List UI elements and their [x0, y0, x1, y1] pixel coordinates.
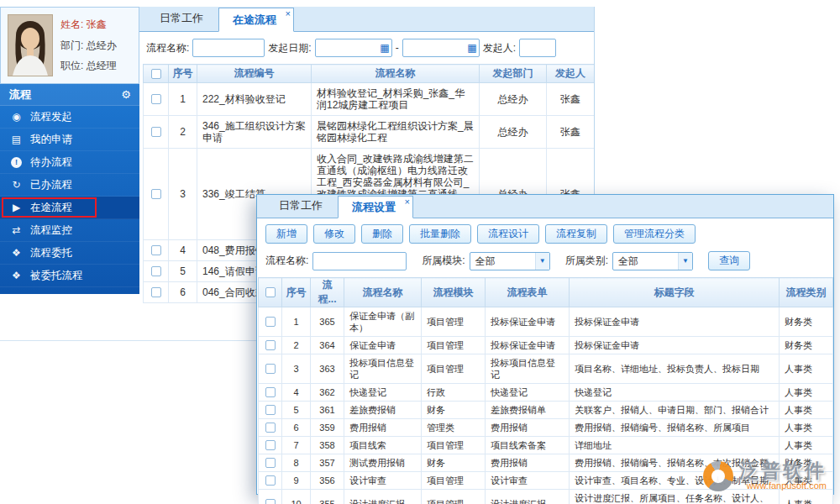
module-label: 所属模块:: [422, 254, 465, 268]
sidebar-item-completed[interactable]: ↻ 已办流程: [0, 174, 139, 197]
sidebar-item-in-transit[interactable]: ▶ 在途流程: [0, 197, 139, 219]
table-row[interactable]: 2 364 保证金申请 项目管理 投标保证金申请 投标保证金申请 财务类: [259, 337, 833, 354]
row-checkbox[interactable]: [265, 364, 276, 374]
cell-title-field: 详细地址: [570, 437, 780, 454]
sidebar-item-pending[interactable]: ! 待办流程: [0, 151, 139, 174]
delegate-icon: ❖: [10, 247, 23, 259]
cell-name: 差旅费报销: [344, 402, 422, 419]
row-checkbox[interactable]: [265, 458, 276, 468]
batch-delete-button[interactable]: 批量删除: [409, 224, 471, 244]
table-row[interactable]: 6 359 费用报销 管理类 费用报销 费用报销、报销编号、报销名称、所属项目 …: [259, 419, 833, 437]
process-name-input[interactable]: [192, 39, 265, 57]
sidebar-item-label: 被委托流程: [30, 269, 83, 283]
row-checkbox[interactable]: [151, 127, 161, 137]
row-checkbox[interactable]: [151, 94, 161, 104]
col-code: 流程...: [311, 278, 344, 307]
cell-form: 设计审查: [486, 472, 570, 490]
filter-bar: 流程名称: 发起日期: ▦ - ▦ 发起人:: [139, 32, 594, 64]
row-checkbox[interactable]: [265, 405, 276, 415]
table-row[interactable]: 3 363 投标项目信息登记 项目管理 投标项目信息登记 项目名称、详细地址、投…: [259, 354, 833, 384]
cell-seq: 4: [169, 240, 197, 261]
row-checkbox[interactable]: [151, 266, 161, 276]
cell-category: 人事类: [780, 402, 833, 419]
cell-seq: 9: [282, 472, 311, 490]
table-header-row: 序号 流程编号 流程名称 发起部门 发起人: [144, 65, 595, 83]
modify-button[interactable]: 修改: [313, 224, 355, 244]
cell-module: 项目管理: [422, 354, 486, 384]
process-name-input[interactable]: [312, 252, 407, 270]
sidebar-title: 流程: [9, 88, 31, 101]
cell-category: 人事类: [780, 419, 833, 437]
row-checkbox[interactable]: [151, 189, 161, 199]
table-row[interactable]: 7 358 项目线索 项目管理 项目线索备案 详细地址 人事类: [259, 437, 833, 454]
row-checkbox[interactable]: [151, 245, 161, 255]
chevron-down-icon: ▼: [678, 253, 692, 270]
sidebar-item-delegate[interactable]: ❖ 流程委托: [0, 242, 139, 265]
sidebar-header: 流程 ⚙: [0, 84, 139, 106]
cell-category: 人事类: [780, 490, 833, 504]
initiator-label: 发起人:: [483, 41, 516, 55]
tab-daily-work[interactable]: 日常工作: [146, 7, 217, 31]
calendar-icon[interactable]: ▦: [380, 42, 389, 54]
table-row[interactable]: 4 362 快递登记 行政 快递登记 快递登记 人事类: [259, 384, 833, 402]
col-title-field: 标题字段: [570, 278, 780, 307]
cell-seq: 10: [282, 490, 311, 504]
row-checkbox[interactable]: [265, 340, 276, 350]
cell-seq: 1: [169, 83, 197, 116]
table-row[interactable]: 2 346_施工组织设计方案申请 晨铭园林绿化工程组织设计方案_晨铭园林绿化工程…: [144, 116, 595, 149]
cell-code: 222_材料验收登记: [197, 83, 312, 116]
initiator-input[interactable]: [519, 39, 556, 57]
gear-icon[interactable]: ⚙: [121, 84, 131, 106]
query-button[interactable]: 查询: [708, 251, 750, 270]
row-checkbox[interactable]: [265, 440, 276, 450]
profile-dept: 部门: 总经办: [60, 39, 117, 53]
table-row[interactable]: 1 222_材料验收登记 材料验收登记_材料采购_张鑫_华润12城房建工程项目 …: [144, 83, 595, 116]
cell-form: 投标项目信息登记: [486, 354, 570, 384]
avatar: [8, 14, 53, 76]
col-seq: 序号: [282, 278, 311, 307]
cell-module: 项目管理: [422, 437, 486, 454]
sidebar-item-delegated[interactable]: ❖ 被委托流程: [0, 265, 139, 287]
delete-button[interactable]: 删除: [361, 224, 403, 244]
sidebar-item-process-initiate[interactable]: ◉ 流程发起: [0, 106, 139, 129]
chevron-down-icon: ▼: [535, 253, 549, 270]
close-icon[interactable]: ×: [286, 8, 291, 18]
table-row[interactable]: 10 355 设计进度汇报 项目管理 设计进度汇报 设计进度汇报、所属项目、任务…: [259, 490, 833, 504]
select-all-checkbox[interactable]: [151, 69, 161, 79]
select-all-checkbox[interactable]: [265, 287, 276, 297]
row-checkbox[interactable]: [265, 475, 276, 486]
table-row[interactable]: 1 365 保证金申请（副本） 项目管理 投标保证金申请 投标保证金申请 财务类: [259, 307, 833, 337]
row-checkbox[interactable]: [265, 387, 276, 397]
cell-form: 设计进度汇报: [486, 490, 570, 504]
sidebar-item-my-applications[interactable]: ▤ 我的申请: [0, 129, 139, 151]
tab-in-transit[interactable]: 在途流程 ×: [218, 8, 294, 32]
row-checkbox[interactable]: [151, 287, 161, 297]
calendar-icon[interactable]: ▦: [467, 42, 476, 54]
module-select[interactable]: 全部 ▼: [470, 252, 550, 270]
tab-process-settings[interactable]: 流程设置 ×: [338, 196, 413, 218]
row-checkbox[interactable]: [265, 499, 276, 504]
col-seq: 序号: [169, 65, 197, 83]
cell-initiator: 张鑫: [547, 83, 595, 116]
add-button[interactable]: 新增: [265, 224, 307, 244]
row-checkbox[interactable]: [265, 423, 276, 433]
broadcast-icon: ◉: [10, 111, 23, 123]
category-select-value: 全部: [613, 253, 678, 270]
play-icon: ▶: [10, 202, 23, 213]
row-checkbox[interactable]: [265, 317, 276, 327]
cell-code: 363: [311, 354, 344, 384]
sidebar-item-label: 在途流程: [30, 201, 72, 215]
table-row[interactable]: 5 361 差旅费报销 财务 差旅费报销单 关联客户、报销人、申请日期、部门、报…: [259, 402, 833, 419]
cell-form: 快递登记: [486, 384, 570, 402]
category-select[interactable]: 全部 ▼: [612, 252, 693, 270]
tab-daily-work[interactable]: 日常工作: [265, 195, 336, 218]
process-copy-button[interactable]: 流程复制: [545, 224, 607, 244]
filter-bar: 流程名称: 所属模块: 全部 ▼ 所属类别: 全部 ▼ 查询: [257, 248, 833, 277]
sidebar-item-monitor[interactable]: ⇄ 流程监控: [0, 219, 139, 242]
close-icon[interactable]: ×: [405, 197, 410, 207]
process-design-button[interactable]: 流程设计: [477, 224, 539, 244]
cell-seq: 5: [169, 261, 197, 282]
document-icon: ▤: [10, 134, 23, 145]
cell-seq: 3: [169, 149, 197, 240]
manage-category-button[interactable]: 管理流程分类: [613, 224, 696, 244]
